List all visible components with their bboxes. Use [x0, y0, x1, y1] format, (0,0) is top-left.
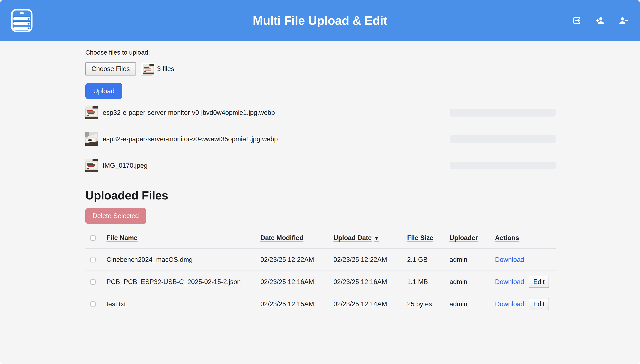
person-add-icon[interactable] [595, 16, 605, 26]
upload-row: esp32-e-paper-server-monitor-v0-wwawt35o… [85, 126, 556, 152]
row-checkbox[interactable] [90, 302, 96, 307]
upload-file-name: esp32-e-paper-server-monitor-v0-jbvd0w4o… [103, 109, 275, 116]
column-header-date-modified[interactable]: Date Modified [260, 234, 303, 242]
cell-date-modified: 02/23/25 12:15AM [260, 300, 334, 308]
header-actions [572, 0, 628, 41]
app-window: { "header": { "title": "Multi File Uploa… [0, 0, 640, 364]
upload-row-info: esp32-e-paper-server-monitor-v0-jbvd0w4o… [85, 106, 450, 119]
upload-progress-bar [450, 162, 556, 170]
file-thumbnail [85, 132, 98, 146]
upload-list: esp32-e-paper-server-monitor-v0-jbvd0w4o… [85, 100, 556, 179]
upload-row: IMG_0170.jpeg [85, 152, 556, 179]
table-header-row: File Name Date Modified Upload Date▼ Fil… [85, 228, 556, 249]
selected-files-count: 3 files [157, 65, 174, 73]
upload-progress-bar [450, 109, 556, 116]
column-header-upload-date-label: Upload Date [334, 234, 372, 242]
upload-row-info: esp32-e-paper-server-monitor-v0-wwawt35o… [85, 132, 450, 146]
selected-files-thumbnail [142, 63, 155, 75]
column-header-upload-date[interactable]: Upload Date▼ [334, 234, 379, 242]
cell-file-size: 1.1 MB [407, 278, 449, 286]
cell-file-size: 2.1 GB [407, 256, 449, 264]
row-checkbox[interactable] [90, 279, 96, 285]
table-row: Cinebench2024_macOS.dmg02/23/25 12:22AM0… [85, 249, 556, 271]
download-link[interactable]: Download [495, 300, 524, 308]
person-remove-icon[interactable] [618, 16, 628, 26]
cell-file-name: Cinebench2024_macOS.dmg [107, 256, 260, 264]
upload-row: esp32-e-paper-server-monitor-v0-jbvd0w4o… [85, 100, 556, 126]
cell-uploader: admin [449, 300, 495, 308]
edit-button[interactable]: Edit [529, 298, 549, 310]
cell-file-name: PCB_PCB_ESP32-USB-C_2025-02-15-2.json [107, 278, 260, 286]
choose-files-label: Choose files to upload: [85, 49, 556, 56]
download-link[interactable]: Download [495, 278, 524, 286]
row-checkbox[interactable] [90, 257, 96, 262]
cell-actions: DownloadEdit [495, 276, 556, 288]
cell-date-modified: 02/23/25 12:16AM [260, 278, 334, 286]
cell-upload-date: 02/23/25 12:16AM [334, 278, 407, 286]
cell-actions: Download [495, 256, 556, 264]
table-row: test.txt02/23/25 12:15AM02/23/25 12:14AM… [85, 293, 556, 315]
cell-upload-date: 02/23/25 12:14AM [334, 300, 407, 308]
cell-uploader: admin [449, 256, 495, 264]
column-header-file-name[interactable]: File Name [107, 234, 137, 242]
choose-files-button[interactable]: Choose Files [85, 62, 136, 76]
upload-file-name: IMG_0170.jpeg [103, 162, 148, 170]
column-header-uploader[interactable]: Uploader [449, 234, 478, 242]
cell-uploader: admin [449, 278, 495, 286]
download-link[interactable]: Download [495, 256, 524, 264]
cell-date-modified: 02/23/25 12:22AM [260, 256, 334, 264]
upload-button[interactable]: Upload [85, 83, 122, 99]
edit-button[interactable]: Edit [529, 276, 549, 288]
main-content: Choose files to upload: Choose Files 3 f… [0, 49, 640, 315]
cell-file-name: test.txt [107, 300, 260, 308]
page-title: Multi File Upload & Edit [0, 13, 640, 28]
app-header: Multi File Upload & Edit [0, 0, 640, 41]
select-all-checkbox[interactable] [90, 235, 96, 241]
column-header-actions[interactable]: Actions [495, 234, 519, 242]
sort-desc-icon: ▼ [374, 235, 379, 241]
cell-upload-date: 02/23/25 12:22AM [334, 256, 407, 264]
file-thumbnail [85, 159, 98, 172]
upload-file-name: esp32-e-paper-server-monitor-v0-wwawt35o… [103, 135, 278, 143]
cell-file-size: 25 bytes [407, 300, 449, 308]
delete-selected-button[interactable]: Delete Selected [85, 208, 146, 224]
uploaded-files-table: File Name Date Modified Upload Date▼ Fil… [85, 228, 556, 315]
cell-actions: DownloadEdit [495, 298, 556, 310]
file-input: Choose Files 3 files [85, 62, 556, 76]
upload-row-info: IMG_0170.jpeg [85, 159, 450, 172]
upload-progress-bar [450, 135, 556, 143]
table-body: Cinebench2024_macOS.dmg02/23/25 12:22AM0… [85, 249, 556, 315]
uploaded-files-heading: Uploaded Files [85, 188, 556, 202]
table-row: PCB_PCB_ESP32-USB-C_2025-02-15-2.json02/… [85, 271, 556, 293]
login-icon[interactable] [572, 16, 581, 26]
column-header-file-size[interactable]: File Size [407, 234, 433, 242]
file-thumbnail [85, 106, 98, 119]
